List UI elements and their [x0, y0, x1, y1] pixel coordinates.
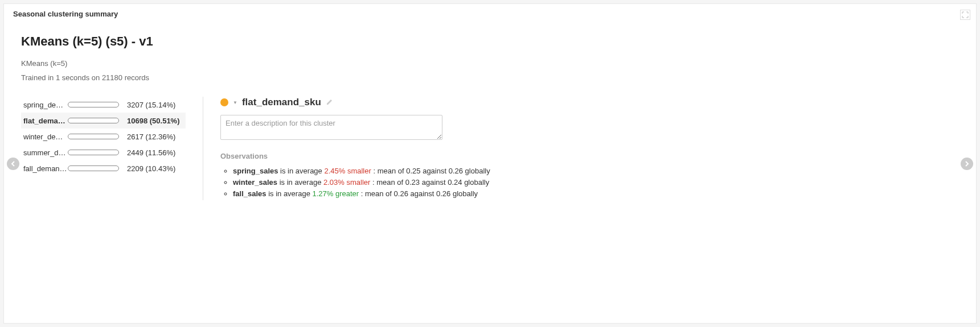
cluster-bar: [68, 134, 119, 139]
cluster-row[interactable]: spring_dem…3207 (15.14%): [21, 97, 186, 113]
cluster-name: summer_de…: [23, 148, 68, 157]
training-info: Trained in 1 seconds on 21180 records: [21, 73, 959, 82]
cluster-name: winter_de…: [23, 133, 68, 141]
panel-title: Seasonal clustering summary: [4, 4, 976, 24]
observation-item: fall_sales is in average 1.27% greater :…: [233, 189, 516, 200]
model-subtitle: KMeans (k=5): [21, 59, 959, 68]
chevron-down-icon[interactable]: ▼: [233, 100, 237, 105]
next-button[interactable]: [961, 158, 973, 170]
cluster-row[interactable]: summer_de…2449 (11.56%): [21, 144, 186, 160]
observation-item: spring_sales is in average 2.45% smaller…: [233, 166, 516, 177]
cluster-stats: 10698 (50.51%): [127, 117, 180, 125]
cluster-bar: [68, 165, 119, 171]
observations-heading: Observations: [220, 152, 516, 160]
cluster-bar: [68, 118, 119, 123]
cluster-stats: 2617 (12.36%): [127, 133, 175, 141]
cluster-stats: 2449 (11.56%): [127, 148, 175, 157]
cluster-list: spring_dem…3207 (15.14%)flat_dema…10698 …: [21, 97, 203, 200]
cluster-name: spring_dem…: [23, 101, 68, 109]
cluster-name: flat_dema…: [23, 117, 68, 125]
cluster-stats: 2209 (10.43%): [127, 164, 175, 173]
cluster-name: fall_deman…: [23, 164, 68, 173]
prev-button[interactable]: [7, 158, 19, 170]
observations-list: spring_sales is in average 2.45% smaller…: [220, 166, 516, 200]
expand-icon[interactable]: [960, 10, 970, 20]
observation-item: winter_sales is in average 2.03% smaller…: [233, 177, 516, 188]
pencil-icon[interactable]: [326, 98, 334, 107]
cluster-row[interactable]: winter_de…2617 (12.36%): [21, 129, 186, 144]
cluster-detail-title: flat_demand_sku: [242, 97, 321, 108]
model-title: KMeans (k=5) (s5) - v1: [21, 34, 959, 49]
cluster-color-dot: [220, 98, 228, 106]
cluster-row[interactable]: fall_deman…2209 (10.43%): [21, 160, 186, 176]
cluster-detail: ▼ flat_demand_sku Observations spring_sa…: [220, 97, 516, 200]
cluster-bar: [68, 102, 119, 107]
cluster-stats: 3207 (15.14%): [127, 101, 175, 109]
cluster-bar: [68, 150, 119, 155]
summary-panel: Seasonal clustering summary KMeans (k=5)…: [3, 3, 977, 324]
cluster-description-input[interactable]: [220, 115, 442, 140]
cluster-row[interactable]: flat_dema…10698 (50.51%): [21, 113, 186, 129]
